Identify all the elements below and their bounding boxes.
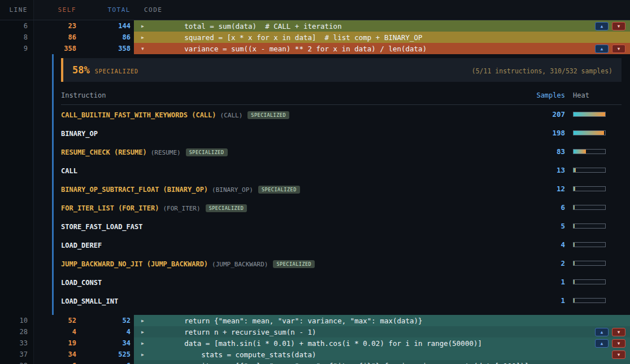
heat-bar [573,279,606,284]
instruction-cell: JUMP_BACKWARD_NO_JIT (JUMP_BACKWARD)(JUM… [61,258,514,269]
base-opcode: (BINARY_OP) [212,186,253,194]
samples-count: 207 [514,110,565,119]
jump-down-button[interactable]: ▼ [612,339,625,348]
self-samples: 4 [34,326,82,337]
instruction-rows: CALL_BUILTIN_FAST_WITH_KEYWORDS (CALL)(C… [61,105,622,310]
heat-fill [573,131,604,135]
base-opcode: (CALL) [220,112,243,119]
heat-bar [573,298,606,303]
code-cell: ▶ data = [math.sin(i * 0.01) + math.cos(… [134,337,630,349]
expand-icon[interactable]: ▶ [141,341,148,346]
row-buttons: ▲▼ [595,328,625,336]
instruction-name: LOAD_SMALL_INT [61,297,118,305]
code-rows-bottom: 105252▶ return {"mean": mean, "var": var… [0,315,630,364]
instruction-cell: LOAD_DEREF [61,239,514,250]
instruction-name: LOAD_DEREF [61,242,102,249]
jump-down-button[interactable]: ▼ [612,350,625,359]
instruction-cell: STORE_FAST_LOAD_FAST [61,221,514,231]
samples-count: 1 [514,278,565,286]
heat-cell [565,112,622,117]
code-row: 2844▶ return n + recursive_sum(n - 1)▲▼ [0,326,630,337]
instruction-name: BINARY_OP [61,130,98,138]
code-text: stats = compute_stats(data) [150,350,612,359]
heat-fill [573,280,575,284]
base-opcode: (FOR_ITER) [163,205,200,212]
code-text: squared = [x * x for x in data] # list c… [150,33,625,42]
code-cell: ▶ return n + recursive_sum(n - 1)▲▼ [134,326,630,337]
column-header-total: TOTAL [82,6,134,14]
profiler-app: LINE SELF TOTAL CODE 623144▶ total = sum… [0,0,630,364]
instruction-name: BINARY_OP_SUBTRACT_FLOAT (BINARY_OP) [61,186,208,194]
jump-down-button[interactable]: ▼ [612,45,625,53]
expand-icon[interactable]: ▶ [141,318,148,323]
header-samples: Samples [514,91,565,99]
samples-count: 4 [514,240,565,249]
expand-icon[interactable]: ▶ [141,35,148,40]
code-row: 3866▶ items = [{"value": x, "name": f"it… [0,360,630,364]
line-number: 33 [0,337,34,349]
code-cell: ▶ return {"mean": mean, "var": variance,… [134,315,630,326]
heat-fill [573,261,575,265]
code-row: 623144▶ total = sum(data) # CALL + itera… [0,20,630,32]
specialized-percent: 58% [72,64,90,76]
total-samples: 6 [82,360,134,364]
specialization-stats: (5/11 instructions, 310/532 samples) [472,67,612,75]
instruction-cell: BINARY_OP [61,128,514,138]
instruction-name: CALL [61,167,77,175]
heat-bar [573,205,606,210]
base-opcode: (RESUME) [151,149,181,156]
self-samples: 23 [34,20,82,32]
total-samples: 34 [82,337,134,349]
expansion-indicator-line [52,54,54,315]
heat-bar [573,130,606,135]
row-buttons: ▼ [612,350,625,359]
specialized-badge: SPECIALIZED [247,111,289,119]
instruction-cell: CALL_BUILTIN_FAST_WITH_KEYWORDS (CALL)(C… [61,109,514,120]
line-number: 37 [0,349,34,360]
total-samples: 4 [82,326,134,337]
samples-count: 6 [514,203,565,212]
heat-fill [573,187,575,191]
heat-cell [565,298,622,303]
jump-down-button[interactable]: ▼ [612,22,625,30]
specialized-badge: SPECIALIZED [273,260,315,268]
heat-fill [573,112,605,116]
heat-bar [573,112,606,117]
self-samples: 358 [34,43,82,54]
samples-count: 2 [514,259,565,267]
heat-fill [573,243,575,247]
heat-cell [565,205,622,210]
self-samples: 6 [34,360,82,364]
column-header-line: LINE [0,6,34,14]
collapse-icon[interactable]: ▼ [141,46,148,51]
jump-up-button[interactable]: ▲ [595,45,609,53]
heat-fill [573,205,575,209]
column-header-code: CODE [134,6,630,14]
code-rows-top: 623144▶ total = sum(data) # CALL + itera… [0,20,630,54]
jump-up-button[interactable]: ▲ [595,339,609,348]
instruction-row: FOR_ITER_LIST (FOR_ITER)(FOR_ITER)SPECIA… [61,198,622,217]
header-instruction: Instruction [61,91,514,99]
total-samples: 144 [82,20,134,32]
jump-up-button[interactable]: ▲ [595,328,609,336]
code-cell: ▶ stats = compute_stats(data)▼ [134,349,630,360]
heat-cell [565,279,622,284]
samples-count: 83 [514,147,565,156]
expand-icon[interactable]: ▶ [141,330,148,335]
specialized-badge: SPECIALIZED [258,186,300,194]
heat-cell [565,242,622,247]
jump-up-button[interactable]: ▲ [595,22,609,30]
line-number: 8 [0,32,34,43]
code-text: return n + recursive_sum(n - 1) [150,328,595,336]
base-opcode: (JUMP_BACKWARD) [212,261,268,268]
specialization-summary-callout: 58% SPECIALIZED (5/11 instructions, 310/… [61,58,622,82]
heat-cell [565,168,622,173]
instruction-cell: LOAD_CONST [61,277,514,287]
code-row: 9358358▼ variance = sum((x - mean) ** 2 … [0,43,630,54]
heat-cell [565,130,622,135]
expanded-detail-panel: 58% SPECIALIZED (5/11 instructions, 310/… [0,54,630,315]
heat-bar [573,261,606,266]
expand-icon[interactable]: ▶ [141,352,148,357]
expand-icon[interactable]: ▶ [141,24,148,29]
jump-down-button[interactable]: ▼ [612,328,625,336]
